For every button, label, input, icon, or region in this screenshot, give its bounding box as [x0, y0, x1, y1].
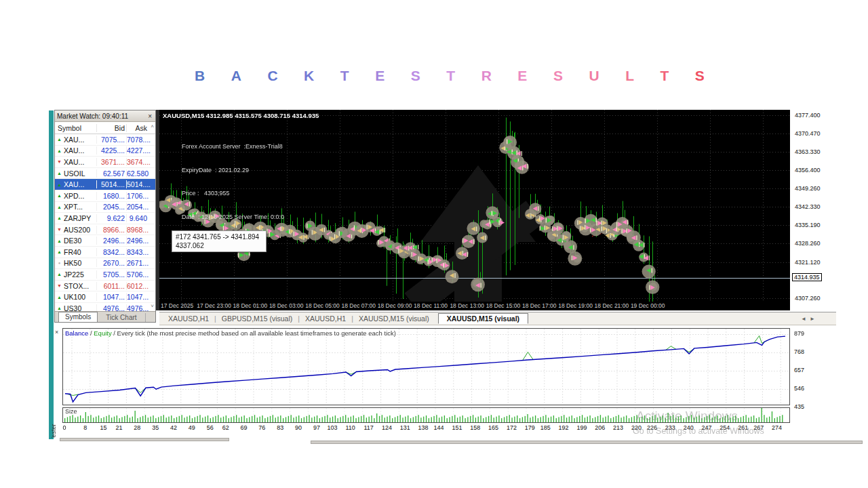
arrow-up-icon: ▲	[55, 239, 64, 243]
market-watch-row[interactable]: ▲JP2255705...5706...	[55, 269, 155, 281]
chart-tab[interactable]: XAUUSD,H1	[163, 314, 214, 323]
column-symbol[interactable]: Symbol	[55, 124, 97, 132]
ask-value: 8968...	[127, 226, 155, 234]
market-watch-panel: Market Watch: 09:40:11 × Symbol Bid Ask …	[54, 110, 156, 323]
title-letter: L	[625, 68, 634, 87]
market-watch-row[interactable]: ▲FR408342...8343...	[55, 247, 155, 258]
title-letter: U	[589, 68, 599, 87]
bid-value: 8342...	[97, 248, 127, 256]
scroll-up-icon[interactable]: ˄	[151, 123, 154, 129]
chart-tab[interactable]: GBPUSD,M15 (visual)	[217, 314, 297, 323]
chart-tab[interactable]: XAUUSD,M15 (visual)	[438, 313, 528, 324]
ask-value: 2054...	[127, 203, 155, 211]
tab-symbols[interactable]: Symbols	[58, 312, 98, 322]
market-watch-row[interactable]: ▲ZARJPY9.6229.640	[55, 213, 155, 224]
market-watch-row[interactable]: ▲XPD...1680...1706...	[55, 190, 155, 202]
market-watch-row[interactable]: ▼STOX...6011...6012...	[55, 281, 155, 292]
ask-value: 6012...	[127, 282, 155, 290]
column-bid[interactable]: Bid	[97, 124, 127, 132]
ask-value: 9.640	[127, 214, 155, 222]
arrow-up-icon: ▲	[55, 148, 64, 153]
title-letter: S	[411, 68, 420, 87]
tester-x-label: 97	[309, 424, 324, 431]
arrow-up-icon: ▲	[55, 216, 64, 220]
horizontal-scrollbar[interactable]	[311, 441, 863, 444]
arrow-up-icon: ▲	[55, 193, 64, 198]
tester-x-label: 192	[556, 424, 571, 431]
ask-value: 1047...	[127, 293, 155, 301]
title-letter: B	[195, 68, 205, 87]
market-watch-titlebar[interactable]: Market Watch: 09:40:11 ×	[55, 110, 155, 122]
market-watch-row[interactable]: ▼AUS2008966...8968...	[55, 224, 155, 236]
balance-equity-chart: Balance / Equity / Every tick (the most …	[62, 328, 790, 405]
market-watch-row[interactable]: ▲DE302496...2496...	[55, 235, 155, 247]
market-watch-row[interactable]: ▲USOIL62.56762.580	[55, 168, 155, 180]
time-tick-label: 18 Dec 07:00	[342, 302, 376, 309]
arrow-up-icon: ▲	[55, 182, 64, 187]
bid-value: 1680...	[97, 192, 127, 200]
ask-value: 2671...	[127, 259, 155, 267]
size-label: Size	[65, 408, 77, 415]
title-letter: S	[695, 68, 705, 87]
market-watch-row[interactable]: ▼XAU...3671....3674....	[55, 157, 155, 168]
title-letter: T	[446, 68, 455, 87]
market-watch-row[interactable]: ▲XAU...4225....4227....	[55, 146, 155, 157]
symbol-name: ZARJPY	[64, 214, 97, 222]
time-axis: 17 Dec 202517 Dec 23:0018 Dec 01:0018 De…	[159, 302, 790, 310]
tester-close-icon[interactable]: ×	[55, 329, 58, 336]
bid-value: 9.622	[97, 214, 127, 222]
tester-vertical-tab[interactable]: Tester	[50, 415, 58, 438]
tabs-scroll-left-icon[interactable]: ◄	[801, 316, 806, 322]
tester-x-label: 69	[237, 424, 252, 431]
chart-tab[interactable]: XAUUSD,H1	[300, 314, 351, 323]
tester-x-label: 138	[416, 424, 431, 431]
symbol-name: USOIL	[64, 169, 97, 178]
backtest-results-page: BACKTESTRESULTS Market Watch: 09:40:11 ×…	[0, 0, 868, 488]
title-letter: A	[231, 68, 241, 87]
market-watch-rows: ▲XAU...7075....7078....▲XAU...4225....42…	[55, 134, 155, 314]
ask-value: 2496...	[127, 237, 155, 245]
market-watch-row[interactable]: ▲UK1001047...1047...	[55, 291, 155, 303]
tester-x-label: 90	[291, 424, 306, 431]
bid-value: 4225....	[97, 146, 127, 155]
close-icon[interactable]: ×	[146, 113, 153, 120]
current-price-label: 4314.935	[792, 273, 822, 281]
market-watch-row[interactable]: ●HK502670...2671...	[55, 258, 155, 270]
arrow-down-icon: ▼	[55, 283, 64, 288]
tester-x-label: 124	[379, 424, 394, 431]
market-watch-row[interactable]: ▲XAU...7075....7078....	[55, 134, 155, 146]
tester-x-label: 62	[218, 424, 233, 431]
tester-x-label: 76	[254, 424, 269, 431]
title-letter: E	[375, 68, 384, 87]
market-watch-row[interactable]: ▲XPT...2045...2054...	[55, 202, 155, 214]
balance-equity-chart-canvas[interactable]	[63, 329, 789, 405]
title-letter: S	[553, 68, 563, 87]
market-watch-tabs: Symbols Tick Chart	[55, 311, 155, 322]
tester-x-label: 110	[343, 424, 358, 431]
title-letter: T	[660, 68, 669, 87]
bid-value: 8966...	[97, 226, 127, 234]
chart-tab[interactable]: XAUUSD,M15 (visual)	[354, 314, 434, 323]
activate-windows-watermark: Activate Windows	[636, 409, 738, 424]
tester-x-label: 172	[504, 424, 519, 431]
scroll-down-icon[interactable]: ˅	[151, 303, 154, 309]
tester-x-label: 213	[611, 424, 626, 431]
time-tick-label: 18 Dec 13:00	[450, 302, 484, 309]
tab-tick-chart[interactable]: Tick Chart	[98, 313, 145, 322]
price-axis: 4377.4004370.4704363.3304356.4004349.260…	[790, 110, 836, 310]
market-watch-row[interactable]: ▲XAU...5014....5014....	[55, 179, 155, 190]
ea-info-line: Forex Account Server :Exness-Trial8	[182, 143, 284, 151]
bid-value: 1047...	[97, 293, 127, 301]
tester-x-label: 206	[593, 424, 608, 431]
tabs-scroll-right-icon[interactable]: ►	[810, 316, 815, 322]
title-letter: R	[481, 68, 492, 87]
bid-value: 2670...	[97, 259, 127, 267]
price-tick-label: 4377.400	[795, 112, 821, 119]
ea-info-line: ExpiryDate : 2021.02.29	[182, 167, 284, 175]
tester-x-label: 8	[78, 424, 93, 431]
horizontal-scrollbar[interactable]	[60, 438, 229, 441]
arrow-up-icon: ▲	[55, 306, 64, 310]
tester-vertical-label: Tester	[50, 432, 57, 438]
arrow-up-icon: ▲	[55, 137, 64, 142]
arrow-up-icon: ▲	[55, 171, 64, 176]
